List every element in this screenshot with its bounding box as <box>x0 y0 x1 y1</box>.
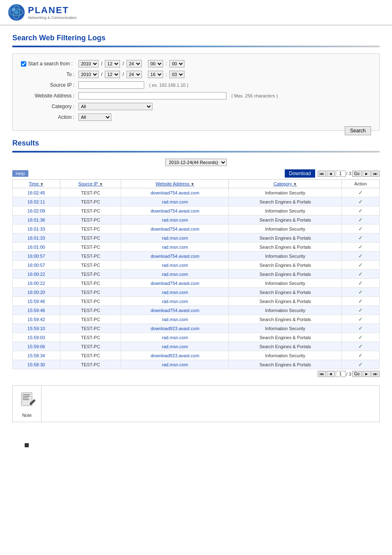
action-checkmark: ✓ <box>358 307 363 313</box>
action-checkmark: ✓ <box>358 244 363 250</box>
source-ip-row: Source IP : ( ex. 192.168.1.10 ) <box>21 81 371 89</box>
cell-time: 15:58:30 <box>13 360 60 369</box>
svg-rect-7 <box>23 396 30 397</box>
table-row: 15:59:42 TEST-PC rad.msn.com Search Engi… <box>13 315 380 324</box>
to-min-select[interactable]: 03 <box>169 71 184 78</box>
cell-website: download923.avast.com <box>121 324 229 333</box>
time-sort-link[interactable]: Time ▼ <box>29 181 44 186</box>
action-checkmark: ✓ <box>358 235 363 241</box>
start-checkbox[interactable] <box>21 61 26 67</box>
source-ip-sort-link[interactable]: Source IP ▼ <box>78 181 103 186</box>
action-select[interactable]: All <box>78 113 111 121</box>
action-label: Action : <box>21 114 78 120</box>
cell-source-ip: TEST-PC <box>60 188 121 197</box>
from-min-select[interactable]: 0001 <box>169 60 184 67</box>
search-button[interactable]: Search <box>345 126 371 135</box>
bottom-last-page-button[interactable]: ⏭ <box>371 371 380 377</box>
page-input[interactable] <box>336 171 346 177</box>
cell-source-ip: TEST-PC <box>60 224 121 234</box>
first-page-button[interactable]: ⏮ <box>318 171 326 177</box>
cell-source-ip: TEST-PC <box>60 215 121 224</box>
from-hour-select[interactable]: 0001 <box>148 60 163 67</box>
cell-source-ip: TEST-PC <box>60 315 121 324</box>
cell-source-ip: TEST-PC <box>60 197 121 206</box>
cell-category: Search Engines & Portals <box>229 333 342 342</box>
bottom-page-input[interactable] <box>336 371 346 377</box>
cell-source-ip: TEST-PC <box>60 270 121 279</box>
bottom-first-page-button[interactable]: ⏮ <box>318 371 326 377</box>
category-label: Category : <box>21 104 78 109</box>
cell-time: 15:59:46 <box>13 297 60 306</box>
from-month-select[interactable]: 12010203 <box>105 60 120 67</box>
cell-category: Search Engines & Portals <box>229 315 342 324</box>
table-row: 16:01:33 TEST-PC download754.avast.com I… <box>13 224 380 234</box>
start-checkbox-label: Start a search from : <box>21 61 74 67</box>
category-sort-link[interactable]: Category ▼ <box>274 181 297 186</box>
to-day-select[interactable]: 24 <box>127 71 142 78</box>
table-row: 16:02:09 TEST-PC download754.avast.com I… <box>13 206 380 215</box>
last-page-button[interactable]: ⏭ <box>371 171 380 177</box>
category-select[interactable]: All <box>78 103 152 110</box>
cell-action: ✓ <box>342 188 380 197</box>
cell-time: 16:02:09 <box>13 206 60 215</box>
action-checkmark: ✓ <box>358 352 363 358</box>
prev-page-button[interactable]: ◄ <box>327 171 335 177</box>
website-sort-arrow: ▼ <box>191 182 194 186</box>
to-label: To : <box>21 72 78 77</box>
to-year-select[interactable]: 2010 <box>78 71 99 78</box>
results-section: Results 2010-12-24(44 Records) Help Down… <box>12 139 380 377</box>
website-sort-link[interactable]: Website Address ▼ <box>156 181 194 186</box>
from-year-select[interactable]: 201020092011 <box>78 60 99 67</box>
to-hour-select[interactable]: 16 <box>148 71 163 78</box>
website-input[interactable] <box>78 92 226 99</box>
to-row: To : 2010 / 12 / 24 16 <box>21 71 371 78</box>
brand-tagline: Networking & Communication <box>28 16 77 20</box>
from-day-select[interactable]: 240125 <box>127 60 142 67</box>
category-control: All <box>78 103 152 110</box>
cell-time: 15:59:46 <box>13 306 60 315</box>
records-selector-row: 2010-12-24(44 Records) <box>12 159 380 166</box>
title-bar <box>12 46 380 47</box>
page-header: PLANET Networking & Communication <box>0 0 392 25</box>
cell-website: download923.avast.com <box>121 351 229 360</box>
col-time: Time ▼ <box>13 180 60 188</box>
download-button[interactable]: Download <box>285 169 315 178</box>
to-month-select[interactable]: 12 <box>105 71 120 78</box>
cell-website: rad.msn.com <box>121 261 229 270</box>
website-hint: ( Max. 256 characters ) <box>231 93 278 98</box>
bottom-next-page-button[interactable]: ► <box>362 371 371 377</box>
cell-category: Information Security <box>229 224 342 234</box>
cell-time: 16:00:57 <box>13 252 60 261</box>
cell-action: ✓ <box>342 215 380 224</box>
main-content: Search Web Filtering Logs Start a search… <box>0 25 392 461</box>
next-page-button[interactable]: ► <box>362 171 371 177</box>
table-row: 15:59:46 TEST-PC rad.msn.com Search Engi… <box>13 297 380 306</box>
source-ip-input[interactable] <box>78 81 144 89</box>
page-title: Search Web Filtering Logs <box>12 34 380 42</box>
help-button[interactable]: Help <box>12 170 28 177</box>
svg-rect-9 <box>23 399 29 400</box>
table-header-row: Time ▼ Source IP ▼ Website Address ▼ Cat… <box>13 180 380 188</box>
cell-source-ip: TEST-PC <box>60 342 121 351</box>
table-row: 15:59:03 TEST-PC rad.msn.com Search Engi… <box>13 333 380 342</box>
cell-action: ✓ <box>342 342 380 351</box>
source-ip-hint: ( ex. 192.168.1.10 ) <box>149 83 188 88</box>
records-select[interactable]: 2010-12-24(44 Records) <box>165 159 227 166</box>
bottom-go-button[interactable]: Go <box>352 371 362 377</box>
col-website: Website Address ▼ <box>121 180 229 188</box>
cell-time: 16:00:20 <box>13 288 60 297</box>
table-row: 16:00:57 TEST-PC download754.avast.com I… <box>13 252 380 261</box>
bottom-prev-page-button[interactable]: ◄ <box>327 371 335 377</box>
cell-website: download754.avast.com <box>121 252 229 261</box>
action-checkmark: ✓ <box>358 325 363 331</box>
cell-website: rad.msn.com <box>121 243 229 252</box>
go-button[interactable]: Go <box>352 171 362 177</box>
cell-website: download754.avast.com <box>121 188 229 197</box>
cell-source-ip: TEST-PC <box>60 261 121 270</box>
table-row: 16:00:22 TEST-PC download754.avast.com I… <box>13 279 380 288</box>
svg-rect-8 <box>23 398 28 398</box>
website-row: Website Address : ( Max. 256 characters … <box>21 92 371 99</box>
cell-time: 16:01:36 <box>13 215 60 224</box>
logo: PLANET Networking & Communication <box>8 4 77 21</box>
table-row: 16:02:11 TEST-PC rad.msn.com Search Engi… <box>13 197 380 206</box>
